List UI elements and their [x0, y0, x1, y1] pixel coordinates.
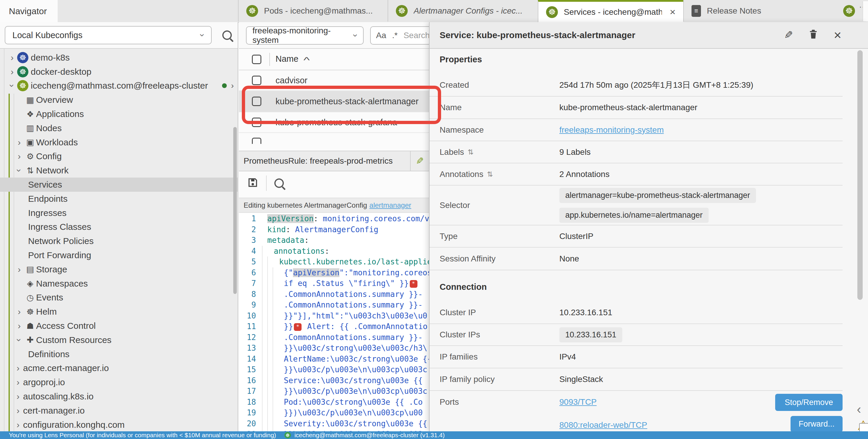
sidebar-item-demo-k8s[interactable]: ›☸demo-k8s	[0, 50, 238, 65]
sidebar-item-namespaces[interactable]: ◈Namespaces	[0, 276, 238, 291]
search-input[interactable]: Search	[404, 31, 429, 40]
sidebar-item-network-policies[interactable]: Network Policies	[0, 234, 238, 248]
column-header-name[interactable]: Name	[276, 54, 298, 64]
forward-button[interactable]: Forward...	[790, 416, 843, 431]
drawer-scrollbar[interactable]	[857, 50, 863, 300]
sidebar-item-autoscaling-k8s-io[interactable]: ›autoscaling.k8s.io	[0, 390, 238, 404]
row-checkbox[interactable]	[252, 76, 261, 85]
chevron-right-icon[interactable]: ›	[14, 137, 24, 147]
pencil-icon[interactable]: ✎	[411, 156, 429, 167]
code-line-20[interactable]: 20Severity:\u003c/strong\u003e {{	[239, 418, 429, 429]
code-line-15[interactable]: 15}}\u003c/p\u003e\n\u003cp\u003c	[239, 364, 429, 375]
code-line-17[interactable]: 17}}\u003c/p\u003e\n\u003cp\u003c	[239, 386, 429, 397]
chevron-right-icon[interactable]: ›	[7, 67, 17, 77]
chevron-right-icon[interactable]: ›	[13, 377, 23, 387]
code-line-12[interactable]: 12.CommonAnnotations.summary }}-	[239, 332, 429, 343]
sidebar-item-workloads[interactable]: ›▣Workloads	[0, 135, 238, 149]
yaml-editor[interactable]: 1apiVersion: monitoring.coreos.com/v12ki…	[239, 213, 429, 431]
chevron-right-icon[interactable]: ›	[13, 420, 23, 430]
tab-alertmanager-configs[interactable]: ☸ Alertmanager Configs - icec...	[388, 0, 538, 22]
code-line-9[interactable]: 9.CommonAnnotations.summary }}-	[239, 300, 429, 310]
sidebar-item-services[interactable]: Services	[0, 177, 238, 192]
sidebar-item-acme-cert-manager-io[interactable]: ›acme.cert-manager.io	[0, 361, 238, 375]
sidebar-item-ingresses[interactable]: Ingresses	[0, 206, 238, 220]
regex-icon[interactable]: .*	[392, 31, 398, 40]
row-checkbox[interactable]	[252, 117, 261, 127]
sidebar-item-configuration-konghq-com[interactable]: ›configuration.konghq.com	[0, 418, 238, 431]
sort-updown-icon[interactable]: ⇅	[468, 148, 474, 156]
sidebar-item-applications[interactable]: ❖Applications	[0, 107, 238, 121]
code-line-5[interactable]: 5kubectl.kubernetes.io/last-applied-conf…	[239, 257, 429, 267]
sort-updown-icon[interactable]: ⇅	[487, 170, 493, 178]
port-link-9093[interactable]: 9093/TCP	[559, 397, 597, 407]
editor-tab-title[interactable]: PrometheusRule: freepeals-prod-metrics	[239, 156, 410, 166]
editing-resource-link[interactable]: alertmanager	[370, 201, 411, 209]
sidebar-item-endpoints[interactable]: Endpoints	[0, 192, 238, 206]
close-icon[interactable]: ×	[834, 28, 841, 42]
chevron-right-icon[interactable]: ›	[13, 363, 23, 373]
sidebar-item-custom-resources[interactable]: ›✚Custom Resources	[0, 333, 238, 347]
chevron-right-icon[interactable]: ›	[14, 321, 24, 331]
trash-icon[interactable]	[808, 28, 818, 42]
namespace-select[interactable]: freeleaps-monitoring-system ›	[246, 26, 364, 45]
search-box[interactable]: Aa .* Search	[370, 26, 429, 45]
sidebar-item-overview[interactable]: ▦Overview	[0, 93, 238, 107]
sidebar-item-docker-desktop[interactable]: ›☸docker-desktop	[0, 65, 238, 79]
port-link-8080-reloader-web[interactable]: 8080:reloader-web/TCP	[559, 420, 647, 430]
code-line-3[interactable]: 3metadata:	[239, 235, 429, 246]
table-row-kube-prometheus-stack-alertmanager[interactable]: kube-prometheus-stack-alertmanager	[239, 91, 429, 112]
row-checkbox[interactable]	[252, 138, 261, 144]
editor-search-icon[interactable]	[274, 178, 284, 188]
kubeconfig-select[interactable]: Local Kubeconfigs ›	[5, 26, 212, 44]
sidebar-item-icecheng-mathmast-com-freeleaps-cluster[interactable]: ›☸icecheng@mathmast.com@freeleaps-cluste…	[0, 79, 238, 93]
code-line-6[interactable]: 6{"apiVersion":"monitoring.coreos.com/v1…	[239, 267, 429, 278]
sidebar-item-cert-manager-io[interactable]: ›cert-manager.io	[0, 404, 238, 418]
sidebar-item-helm[interactable]: ›☸Helm	[0, 305, 238, 319]
sidebar-item-network[interactable]: ›⇅Network	[0, 163, 238, 177]
code-line-1[interactable]: 1apiVersion: monitoring.coreos.com/v1	[239, 213, 429, 224]
code-line-19[interactable]: 19}})\u003c/p\u003e\n\u003cp\u00	[239, 407, 429, 418]
code-line-13[interactable]: 13}}\u003c/strong\u003e\u003c/h3\	[239, 343, 429, 353]
collapse-panel-icon[interactable]: ‹	[857, 402, 861, 416]
chevron-right-icon[interactable]: ›	[14, 264, 24, 274]
code-line-7[interactable]: 7if eq .Status \"firing\" }}	[239, 278, 429, 289]
tab-services[interactable]: ☸ Services - icecheng@math... ×	[538, 0, 683, 22]
code-line-10[interactable]: 10}}"}],"html":"\u003ch3\u003e\u0	[239, 310, 429, 322]
chevron-right-icon[interactable]: ›	[13, 392, 23, 402]
tab-pods[interactable]: ☸ Pods - icecheng@mathmas...	[238, 0, 388, 22]
code-line-18[interactable]: 18Pod:\u003c/strong\u003e {{ .Co	[239, 397, 429, 408]
sort-ascending-icon[interactable]: ^	[303, 55, 310, 65]
tab-close-icon[interactable]: ×	[670, 6, 676, 18]
chevron-down-icon[interactable]: ›	[14, 335, 24, 345]
pencil-icon[interactable]: ✎	[784, 29, 793, 41]
namespace-link[interactable]: freeleaps-monitoring-system	[559, 125, 664, 135]
chevron-down-icon[interactable]: ›	[7, 81, 17, 91]
kubernetes-icon[interactable]: ☸	[843, 5, 855, 17]
sidebar-item-config[interactable]: ›⚙Config	[0, 149, 238, 164]
sidebar-scrollbar[interactable]	[233, 127, 237, 294]
code-line-11[interactable]: 11}} Alert: {{ .CommonAnnotatio	[239, 321, 429, 332]
stop-remove-button[interactable]: Stop/Remove	[775, 394, 843, 411]
chevron-down-icon[interactable]: ›	[14, 165, 24, 175]
sidebar-item-definitions[interactable]: Definitions	[0, 347, 238, 361]
sidebar-item-storage[interactable]: ›▤Storage	[0, 262, 238, 276]
chevron-right-icon[interactable]: ›	[14, 307, 24, 317]
save-icon[interactable]	[247, 177, 258, 189]
row-checkbox[interactable]	[252, 97, 261, 106]
code-line-2[interactable]: 2kind: AlertmanagerConfig	[239, 224, 429, 235]
match-case-icon[interactable]: Aa	[376, 31, 386, 40]
code-line-14[interactable]: 14AlertName:\u003c/strong\u003e {{	[239, 353, 429, 365]
code-line-21[interactable]: 21}}\u003c/p\u003e\n\u003cp\u003c	[239, 429, 429, 431]
code-line-16[interactable]: 16Service:\u003c/strong\u003e {{	[239, 375, 429, 386]
tab-release-notes[interactable]: ≡ Release Notes	[683, 0, 781, 22]
sidebar-item-nodes[interactable]: ▥Nodes	[0, 121, 238, 135]
code-line-8[interactable]: 8.CommonAnnotations.summary }}-	[239, 289, 429, 300]
chevron-right-icon[interactable]: ›	[14, 151, 24, 161]
search-icon[interactable]	[222, 30, 232, 40]
chevron-right-icon[interactable]: ›	[231, 81, 234, 91]
chevron-right-icon[interactable]: ›	[7, 53, 17, 63]
code-line-4[interactable]: 4annotations:	[239, 246, 429, 257]
sidebar-item-argoproj-io[interactable]: ›argoproj.io	[0, 375, 238, 390]
sidebar-item-ingress-classes[interactable]: Ingress Classes	[0, 220, 238, 234]
sidebar-item-access-control[interactable]: ›☗Access Control	[0, 319, 238, 333]
